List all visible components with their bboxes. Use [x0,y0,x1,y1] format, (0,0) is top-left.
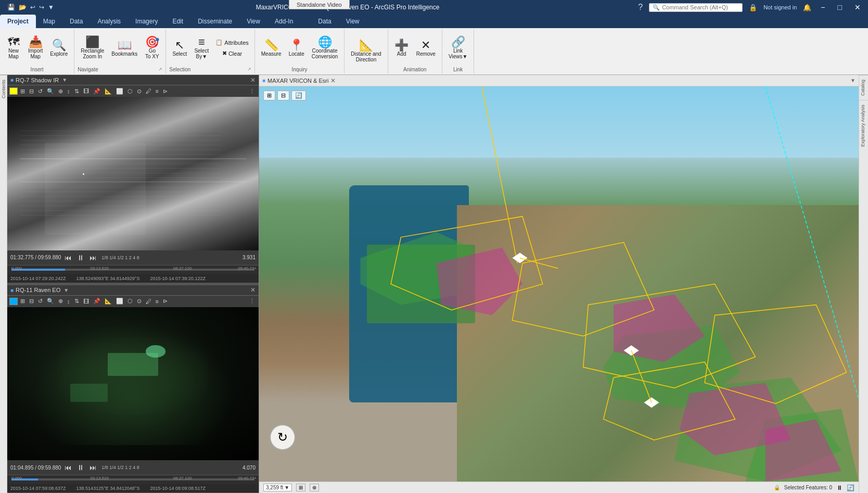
map-control-3[interactable]: 🔄 [291,91,306,100]
clear-button[interactable]: ✖ Clear [213,48,251,58]
contents-tab[interactable]: Contents [0,75,7,103]
video-timeline-top[interactable]: 0.000 03:13.520 06:27.120 09:40.72+ [7,265,259,274]
navigate-expand-icon[interactable]: ↗ [158,67,162,72]
rewind-button-bottom[interactable]: ⏮ [63,463,73,472]
bvt-btn-3[interactable]: ↺ [36,297,44,305]
import-map-button[interactable]: 📥 ImportMap [25,34,46,61]
vt-btn-11[interactable]: ⬜ [114,87,125,95]
search-input[interactable] [662,4,735,10]
bvt-btn-2[interactable]: ⊟ [28,297,35,305]
bvt-btn-7[interactable]: ⇅ [73,297,81,305]
pause-button-top[interactable]: ⏸ [75,254,86,262]
customize-button[interactable]: ▼ [47,3,55,11]
attributes-button[interactable]: 📋 Attributes [213,37,251,47]
save-button[interactable]: 💾 [6,3,16,11]
bvt-btn-15[interactable]: ≡ [154,297,160,305]
map-close-button[interactable]: ✕ [330,77,336,84]
open-button[interactable]: 📂 [18,3,28,11]
bvt-btn-16[interactable]: ⊳ [161,297,169,305]
vt-btn-4[interactable]: 🔍 [45,87,56,95]
tab-imagery[interactable]: Imagery [128,15,165,28]
tab-analysis[interactable]: Analysis [90,15,128,28]
tab-view[interactable]: View [239,15,267,28]
remove-animation-button[interactable]: ✕ Remove [413,37,439,59]
video-dropdown-top[interactable]: ▼ [62,77,67,83]
video-close-bottom[interactable]: ✕ [250,286,256,294]
select-by-button[interactable]: ≡ SelectBy▼ [191,34,212,61]
vt-btn-1[interactable]: ⊞ [19,87,27,95]
bvt-btn-12[interactable]: ⬡ [126,297,134,305]
vt-btn-8[interactable]: 🎞 [82,87,91,95]
vt-btn-6[interactable]: ↕ [66,87,72,95]
play-button-bottom[interactable]: ⏭ [88,463,98,472]
catalog-tab[interactable]: Catalog [859,75,868,100]
pause-button-bottom[interactable]: ⏸ [75,463,86,472]
close-button[interactable]: ✕ [851,3,864,11]
selection-expand-icon[interactable]: ↗ [247,67,251,72]
exploratory-analysis-tab[interactable]: Exploratory Analysis [859,100,868,151]
vt-btn-13[interactable]: ⊙ [135,87,143,95]
link-views-button[interactable]: 🔗 LinkViews▼ [445,34,470,61]
minimize-button[interactable]: − [818,3,828,11]
tab-disseminate[interactable]: Disseminate [190,15,239,28]
bvt-btn-10[interactable]: 📐 [103,297,113,305]
go-to-xy-button[interactable]: 🎯 GoTo XY [142,34,162,61]
notification-bell-icon[interactable]: 🔔 [803,4,811,11]
vt-btn-7[interactable]: ⇅ [73,87,81,95]
select-button[interactable]: ↖ Select [169,37,190,59]
not-signed-in-label[interactable]: Not signed in [763,4,797,10]
tab-data[interactable]: Data [62,15,90,28]
maximize-button[interactable]: □ [835,3,845,11]
map-control-1[interactable]: ⊞ [263,91,275,100]
vt-btn-14[interactable]: 🖊 [144,87,153,95]
explore-button[interactable]: 🔍 Explore [47,37,71,59]
map-compass-control[interactable]: ↻ [270,424,296,450]
tab-edit[interactable]: Edit [165,15,190,28]
tab-data2[interactable]: Data [311,15,338,28]
command-search[interactable]: 🔍 [649,3,743,12]
vt-btn-10[interactable]: 📐 [103,87,113,95]
map-content[interactable]: ⊞ ⊟ 🔄 ↻ [259,86,859,482]
vt-btn-5[interactable]: ⊕ [57,87,65,95]
bvt-btn-13[interactable]: ⊙ [135,297,143,305]
bvt-btn-14[interactable]: 🖊 [144,297,153,305]
coordinate-conversion-button[interactable]: 🌐 CoordinateConversion [309,34,341,61]
bvt-btn-11[interactable]: ⬜ [114,297,125,305]
map-dropdown-button[interactable]: ▼ [850,78,856,83]
bvt-btn-8[interactable]: 🎞 [82,297,91,305]
vt-btn-9[interactable]: 📌 [92,87,102,95]
vt-btn-16[interactable]: ⊳ [161,87,169,95]
bvt-btn-6[interactable]: ↕ [66,297,72,305]
vt-btn-15[interactable]: ≡ [154,87,160,95]
add-animation-button[interactable]: ➕ Add [391,37,412,59]
help-button[interactable]: ? [638,3,643,12]
bvt-btn-4[interactable]: 🔍 [45,297,56,305]
play-button-top[interactable]: ⏭ [88,254,98,262]
tab-view2[interactable]: View [339,15,367,28]
map-control-2[interactable]: ⊟ [277,91,289,100]
vt-more-top[interactable]: ⋮ [248,87,257,95]
video-close-top[interactable]: ✕ [250,77,256,84]
measure-button[interactable]: 📏 Measure [258,37,285,59]
scale-selector[interactable]: 3,259 ft ▼ [263,484,292,491]
bvt-btn-1[interactable]: ⊞ [19,297,27,305]
locate-button[interactable]: 📍 Locate [286,37,308,59]
standalone-video-tab[interactable]: Standalone Video [289,0,350,9]
rectangle-zoomin-button[interactable]: ⬛ RectangleZoom In [78,34,107,61]
scale-btn-1[interactable]: ⊞ [296,484,305,491]
color-picker-top[interactable] [9,87,18,95]
video-dropdown-bottom[interactable]: ▼ [63,287,69,293]
vt-btn-2[interactable]: ⊟ [28,87,35,95]
tab-addin[interactable]: Add-In [267,15,300,28]
new-map-button[interactable]: 🗺 NewMap [3,34,24,61]
vt-more-bottom[interactable]: ⋮ [248,297,257,305]
rewind-button-top[interactable]: ⏮ [63,254,73,262]
redo-button[interactable]: ↪ [38,3,45,11]
vt-btn-3[interactable]: ↺ [36,87,44,95]
statusbar-pause-btn[interactable]: ⏸ [836,484,843,491]
scale-btn-2[interactable]: ⊛ [310,484,319,491]
undo-button[interactable]: ↩ [29,3,36,11]
bookmarks-button[interactable]: 📖 Bookmarks [108,37,141,59]
bvt-btn-9[interactable]: 📌 [92,297,102,305]
statusbar-refresh-btn[interactable]: 🔄 [847,484,854,491]
